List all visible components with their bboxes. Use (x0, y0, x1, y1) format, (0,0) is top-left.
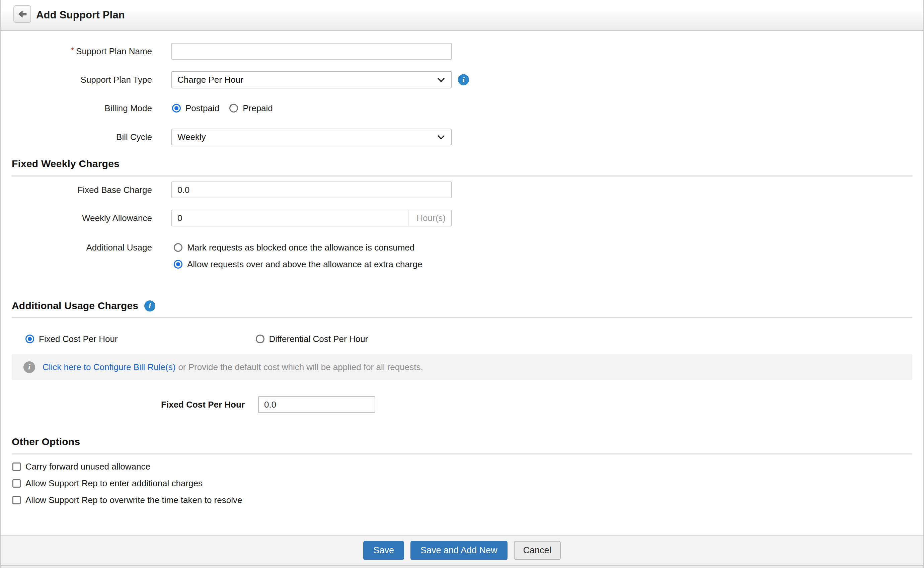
fixed-weekly-charges-heading: Fixed Weekly Charges (12, 158, 119, 169)
additional-usage-extra-charge-radio[interactable] (174, 260, 182, 269)
additional-usage-blocked-radio[interactable] (174, 243, 182, 252)
save-and-add-new-button[interactable]: Save and Add New (410, 541, 508, 560)
cancel-button[interactable]: Cancel (514, 541, 561, 560)
fixed-cost-per-hour-radio[interactable] (26, 335, 34, 343)
support-plan-name-row: * Support Plan Name (1, 43, 923, 60)
billing-mode-prepaid-label[interactable]: Prepaid (243, 103, 273, 113)
checkbox-row: Allow Support Rep to overwrite the time … (1, 495, 923, 505)
additional-charges-label[interactable]: Allow Support Rep to enter additional ch… (26, 478, 202, 489)
additional-usage-row: Additional Usage Mark requests as blocke… (1, 243, 923, 252)
fixed-base-charge-label: Fixed Base Charge (1, 181, 152, 198)
additional-usage-extra-charge-label[interactable]: Allow requests over and above the allowa… (187, 259, 422, 270)
weekly-allowance-label: Weekly Allowance (1, 210, 152, 227)
bill-cycle-value: Weekly (178, 132, 206, 142)
info-icon[interactable]: i (458, 74, 469, 85)
page-header: Add Support Plan (1, 0, 923, 31)
bill-cycle-label: Bill Cycle (1, 128, 152, 145)
configure-bill-rules-link[interactable]: Click here to Configure Bill Rule(s) (42, 362, 175, 372)
checkbox-row: Allow Support Rep to enter additional ch… (1, 479, 923, 488)
differential-cost-per-hour-radio[interactable] (256, 335, 264, 343)
additional-usage-label: Additional Usage (1, 243, 152, 252)
support-plan-type-value: Charge Per Hour (178, 75, 243, 85)
section-divider (12, 175, 912, 177)
fixed-cost-per-hour-label: Fixed Cost Per Hour (1, 396, 245, 413)
checkbox-row: Carry forward unused allowance (1, 462, 923, 471)
billing-mode-postpaid-radio[interactable] (172, 104, 181, 113)
chevron-down-icon (437, 75, 445, 82)
fixed-base-charge-input[interactable] (172, 181, 452, 198)
arrow-left-icon (18, 10, 27, 18)
carry-forward-checkbox[interactable] (12, 462, 21, 471)
page-bottom-strip (1, 566, 923, 568)
info-icon[interactable]: i (144, 301, 155, 311)
section-divider (12, 453, 912, 455)
page-title: Add Support Plan (36, 0, 125, 30)
chevron-down-icon (437, 132, 445, 139)
required-marker: * (71, 46, 74, 55)
fixed-cost-per-hour-row: Fixed Cost Per Hour (1, 396, 923, 413)
banner-text: or Provide the default cost which will b… (178, 362, 423, 372)
support-plan-type-select[interactable]: Charge Per Hour (172, 71, 452, 88)
info-icon-gray: i (23, 361, 35, 373)
weekly-allowance-unit: Hour(s) (416, 210, 446, 227)
overwrite-time-checkbox[interactable] (12, 496, 21, 505)
support-plan-type-row: Support Plan Type Charge Per Hour i (1, 71, 923, 88)
billing-mode-label: Billing Mode (1, 104, 152, 113)
fixed-cost-per-hour-option-label[interactable]: Fixed Cost Per Hour (39, 334, 118, 344)
overwrite-time-label[interactable]: Allow Support Rep to overwrite the time … (26, 495, 242, 505)
billing-mode-prepaid-radio[interactable] (229, 104, 238, 113)
other-options-heading: Other Options (12, 436, 80, 447)
fixed-cost-per-hour-input[interactable] (258, 396, 375, 413)
carry-forward-label[interactable]: Carry forward unused allowance (26, 461, 150, 472)
save-button[interactable]: Save (363, 541, 404, 560)
billing-mode-row: Billing Mode Postpaid Prepaid (1, 104, 923, 113)
bill-cycle-select[interactable]: Weekly (172, 128, 452, 145)
billing-mode-postpaid-label[interactable]: Postpaid (185, 103, 219, 113)
support-plan-type-label: Support Plan Type (1, 71, 152, 88)
additional-charges-checkbox[interactable] (12, 479, 21, 488)
support-plan-name-label: * Support Plan Name (1, 43, 152, 60)
bill-cycle-row: Bill Cycle Weekly (1, 128, 923, 145)
differential-cost-per-hour-option-label[interactable]: Differential Cost Per Hour (269, 334, 368, 344)
additional-usage-blocked-label[interactable]: Mark requests as blocked once the allowa… (187, 242, 415, 253)
back-button[interactable] (14, 5, 31, 23)
bill-rules-banner: i Click here to Configure Bill Rule(s) o… (12, 354, 912, 380)
footer-bar: Save Save and Add New Cancel (1, 535, 923, 566)
additional-usage-charges-heading: Additional Usage Charges i (12, 300, 155, 311)
section-divider (12, 317, 912, 318)
unit-divider (408, 210, 409, 226)
weekly-allowance-row: Weekly Allowance Hour(s) (1, 210, 923, 227)
add-support-plan-page: Add Support Plan * Support Plan Name Sup… (0, 0, 924, 568)
fixed-base-charge-row: Fixed Base Charge (1, 181, 923, 198)
additional-usage-row-2: Allow requests over and above the allowa… (1, 260, 923, 269)
usage-charge-type-row: Fixed Cost Per Hour Differential Cost Pe… (1, 335, 923, 343)
support-plan-name-input[interactable] (172, 43, 452, 60)
weekly-allowance-input[interactable] (172, 210, 452, 227)
